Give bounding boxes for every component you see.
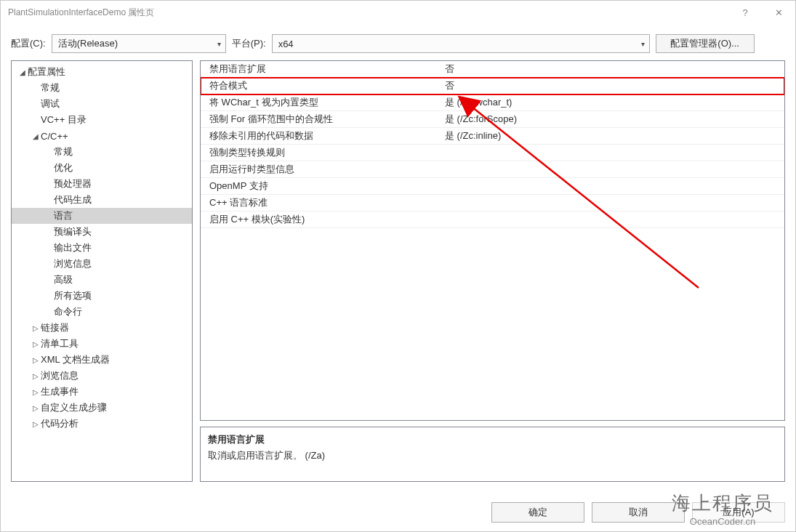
expander-closed-icon[interactable]: ▷ <box>31 420 41 428</box>
tree-item-vcdirs[interactable]: VC++ 目录 <box>12 112 192 128</box>
tree-item-ccpp-advanced[interactable]: 高级 <box>12 272 192 288</box>
chevron-down-icon: ▾ <box>641 40 645 48</box>
platform-label: 平台(P): <box>232 37 266 50</box>
property-grid[interactable]: 禁用语言扩展否符合模式否将 WChar_t 视为内置类型是 (/Zc:wchar… <box>200 60 785 421</box>
grid-cell-name: 符合模式 <box>201 79 441 92</box>
tree-item-ccpp-preproc[interactable]: 预处理器 <box>12 176 192 192</box>
grid-row[interactable]: 移除未引用的代码和数据是 (/Zc:inline) <box>201 128 784 145</box>
tree-item-ccpp-cmdline[interactable]: 命令行 <box>12 304 192 320</box>
grid-cell-value[interactable]: 是 (/Zc:forScope) <box>441 113 784 126</box>
expander-closed-icon[interactable]: ▷ <box>31 340 41 348</box>
tree-item-ccpp-codegen[interactable]: 代码生成 <box>12 192 192 208</box>
tree-item-general[interactable]: 常规 <box>12 80 192 96</box>
grid-cell-name: 启用 C++ 模块(实验性) <box>201 213 441 226</box>
grid-cell-name: C++ 语言标准 <box>201 196 441 209</box>
grid-row[interactable]: OpenMP 支持 <box>201 178 784 195</box>
tree-item-debug[interactable]: 调试 <box>12 96 192 112</box>
right-column: 禁用语言扩展否符合模式否将 WChar_t 视为内置类型是 (/Zc:wchar… <box>200 60 785 482</box>
grid-cell-name: OpenMP 支持 <box>201 180 441 193</box>
grid-row[interactable]: 禁用语言扩展否 <box>201 61 784 78</box>
tree-item-manifest[interactable]: ▷清单工具 <box>12 336 192 352</box>
config-strip: 配置(C): 活动(Release) ▾ 平台(P): x64 ▾ 配置管理器(… <box>1 24 795 60</box>
grid-cell-name: 移除未引用的代码和数据 <box>201 129 441 142</box>
description-body: 取消或启用语言扩展。 (/Za) <box>208 449 777 462</box>
config-select[interactable]: 活动(Release) ▾ <box>52 34 226 53</box>
apply-button[interactable]: 应用(A) <box>692 502 785 523</box>
config-label: 配置(C): <box>11 37 46 50</box>
grid-cell-name: 启用运行时类型信息 <box>201 163 441 176</box>
config-manager-button[interactable]: 配置管理器(O)... <box>656 34 755 53</box>
tree-item-ccpp-output[interactable]: 输出文件 <box>12 240 192 256</box>
expander-open-icon[interactable]: ◢ <box>17 68 28 76</box>
grid-row[interactable]: 强制 For 循环范围中的合规性是 (/Zc:forScope) <box>201 111 784 128</box>
grid-cell-name: 强制 For 循环范围中的合规性 <box>201 113 441 126</box>
grid-cell-name: 禁用语言扩展 <box>201 63 441 76</box>
grid-cell-name: 强制类型转换规则 <box>201 146 441 159</box>
description-title: 禁用语言扩展 <box>208 433 777 446</box>
footer-buttons: 确定 取消 应用(A) <box>491 502 785 523</box>
expander-closed-icon[interactable]: ▷ <box>31 372 41 380</box>
tree-root[interactable]: ◢配置属性 <box>12 64 192 80</box>
tree-item-buildevents[interactable]: ▷生成事件 <box>12 384 192 400</box>
expander-closed-icon[interactable]: ▷ <box>31 404 41 412</box>
tree-item-linker[interactable]: ▷链接器 <box>12 320 192 336</box>
expander-open-icon[interactable]: ◢ <box>31 132 41 140</box>
tree-item-ccpp-all[interactable]: 所有选项 <box>12 288 192 304</box>
platform-value: x64 <box>278 39 294 49</box>
description-panel: 禁用语言扩展 取消或启用语言扩展。 (/Za) <box>200 427 785 482</box>
chevron-down-icon: ▾ <box>217 40 221 48</box>
close-button[interactable]: ✕ <box>762 1 795 24</box>
tree-item-ccpp[interactable]: ◢C/C++ <box>12 128 192 144</box>
config-value: 活动(Release) <box>58 37 118 50</box>
tree-item-ccpp-language[interactable]: 语言 <box>12 208 192 224</box>
titlebar: PlantSimulationInterfaceDemo 属性页 ? ✕ <box>1 1 795 24</box>
main-area: ◢配置属性 常规 调试 VC++ 目录 ◢C/C++ 常规 优化 预处理器 代码… <box>1 60 795 482</box>
grid-cell-value[interactable]: 否 <box>441 63 784 76</box>
expander-closed-icon[interactable]: ▷ <box>31 356 41 364</box>
tree-item-ccpp-browse[interactable]: 浏览信息 <box>12 256 192 272</box>
grid-row[interactable]: 强制类型转换规则 <box>201 145 784 161</box>
cancel-button[interactable]: 取消 <box>592 502 685 523</box>
grid-cell-value[interactable]: 否 <box>441 79 784 92</box>
expander-closed-icon[interactable]: ▷ <box>31 324 41 332</box>
ok-button[interactable]: 确定 <box>491 502 584 523</box>
expander-closed-icon[interactable]: ▷ <box>31 388 41 396</box>
grid-row[interactable]: 启用运行时类型信息 <box>201 161 784 178</box>
grid-row[interactable]: 将 WChar_t 视为内置类型是 (/Zc:wchar_t) <box>201 94 784 111</box>
grid-row[interactable]: 启用 C++ 模块(实验性) <box>201 211 784 228</box>
tree-item-custombuild[interactable]: ▷自定义生成步骤 <box>12 400 192 416</box>
platform-select[interactable]: x64 ▾ <box>272 34 650 53</box>
help-button[interactable]: ? <box>728 1 762 24</box>
tree-item-ccpp-optimize[interactable]: 优化 <box>12 160 192 176</box>
grid-row[interactable]: C++ 语言标准 <box>201 195 784 211</box>
tree-item-browseinfo[interactable]: ▷浏览信息 <box>12 368 192 384</box>
grid-cell-name: 将 WChar_t 视为内置类型 <box>201 96 441 109</box>
tree-item-xmldoc[interactable]: ▷XML 文档生成器 <box>12 352 192 368</box>
tree-item-codeanalysis[interactable]: ▷代码分析 <box>12 416 192 432</box>
grid-cell-value[interactable]: 是 (/Zc:inline) <box>441 129 784 142</box>
property-tree[interactable]: ◢配置属性 常规 调试 VC++ 目录 ◢C/C++ 常规 优化 预处理器 代码… <box>11 60 193 482</box>
window-title: PlantSimulationInterfaceDemo 属性页 <box>8 7 728 19</box>
tree-item-ccpp-general[interactable]: 常规 <box>12 144 192 160</box>
tree-item-ccpp-pch[interactable]: 预编译头 <box>12 224 192 240</box>
grid-cell-value[interactable]: 是 (/Zc:wchar_t) <box>441 96 784 109</box>
grid-row[interactable]: 符合模式否 <box>201 78 784 94</box>
